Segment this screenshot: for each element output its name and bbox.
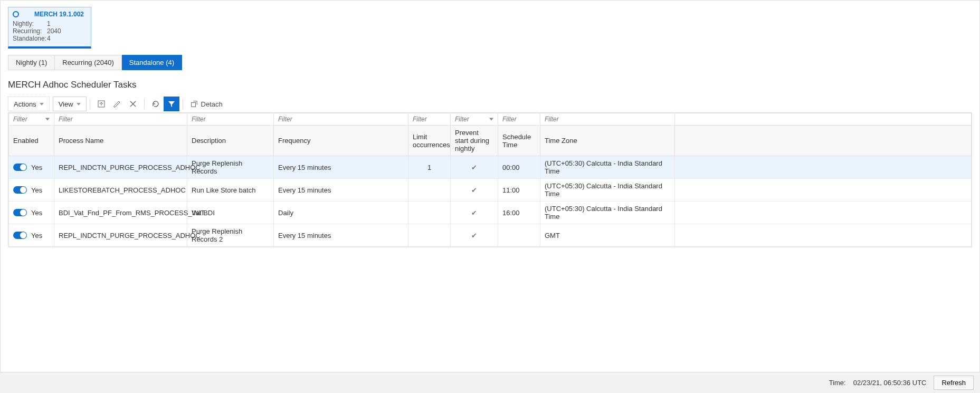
cell-prevent: ✔ [451,224,498,247]
filter-prevent[interactable] [454,115,494,123]
cell: Every 15 minutes [274,224,408,247]
pencil-icon [113,100,121,108]
cell-limit [408,202,451,224]
refresh-table-button[interactable] [148,97,164,111]
caret-down-icon[interactable] [45,118,50,121]
check-icon: ✔ [471,186,477,194]
cell: REPL_INDCTN_PURGE_PROCESS_ADHOC [54,156,187,179]
cell-timezone: GMT [540,224,675,247]
status-footer: Time: 02/23/21, 06:50:36 UTC Refresh [0,372,980,393]
app-info-card[interactable]: MERCH 19.1.002 Nightly: 1 Recurring: 204… [8,7,91,49]
table-row[interactable]: YesREPL_INDCTN_PURGE_PROCESS_ADHOCPurge … [9,156,972,179]
export-icon [97,100,106,108]
filter-row [9,113,972,126]
cell-timezone: (UTC+05:30) Calcutta - India Standard Ti… [540,156,675,179]
cell-timezone: (UTC+05:30) Calcutta - India Standard Ti… [540,179,675,202]
cell: Every 15 minutes [274,156,408,179]
stat-nightly-label: Nightly: [13,20,47,27]
table-row[interactable]: YesBDI_Vat_Fnd_PF_From_RMS_PROCESS_INITV… [9,202,972,224]
cell: REPL_INDCTN_PURGE_PROCESS_ADHOC [54,224,187,247]
footer-time-label: Time: [829,379,846,387]
header-row: Enabled Process Name Description Frequen… [9,126,972,156]
enabled-text: Yes [31,164,42,171]
cell-schedule: 16:00 [498,202,540,224]
cell-schedule [498,224,540,247]
cell-prevent: ✔ [451,179,498,202]
detach-button[interactable]: Detach [186,97,227,111]
filter-limit[interactable] [412,115,447,123]
stat-recurring-label: Recurring: [13,27,47,35]
tabs: Nightly (1) Recurring (2040) Standalone … [8,55,972,70]
cell-timezone: (UTC+05:30) Calcutta - India Standard Ti… [540,202,675,224]
caret-down-icon [40,103,44,106]
export-button[interactable] [93,97,109,111]
col-process[interactable]: Process Name [54,126,187,156]
cell: Run Like Store batch [187,179,274,202]
caret-down-icon [77,103,81,106]
cell-schedule: 11:00 [498,179,540,202]
svg-rect-1 [191,102,195,107]
table-row[interactable]: YesREPL_INDCTN_PURGE_PROCESS_ADHOCPurge … [9,224,972,247]
enabled-toggle[interactable] [13,164,27,171]
tab-nightly[interactable]: Nightly (1) [8,55,55,70]
app-stats: Nightly: 1 Recurring: 2040 Standalone: 4 [13,20,87,42]
filter-description[interactable] [191,115,270,123]
refresh-icon [151,100,160,108]
col-frequency[interactable]: Frequency [274,126,408,156]
filter-schedule[interactable] [501,115,537,123]
col-schedule[interactable]: Schedule Time [498,126,540,156]
cell: Vat BDI [187,202,274,224]
cell-limit [408,224,451,247]
table-row[interactable]: YesLIKESTOREBATCH_PROCESS_ADHOCRun Like … [9,179,972,202]
cell: Purge Replenish Records [187,156,274,179]
stat-nightly-value: 1 [47,20,51,27]
enabled-toggle[interactable] [13,209,27,216]
enabled-toggle[interactable] [13,186,27,194]
filter-timezone[interactable] [544,115,671,123]
tab-standalone[interactable]: Standalone (4) [122,55,182,70]
col-limit[interactable]: Limit occurrences [408,126,451,156]
cell-limit: 1 [408,156,451,179]
check-icon: ✔ [471,209,477,217]
status-ring-icon [13,11,19,17]
delete-button[interactable] [125,97,141,111]
cell: LIKESTOREBATCH_PROCESS_ADHOC [54,179,187,202]
refresh-button[interactable]: Refresh [934,376,974,390]
cell: Every 15 minutes [274,179,408,202]
tasks-table: Enabled Process Name Description Frequen… [8,112,972,247]
footer-time-value: 02/23/21, 06:50:36 UTC [853,379,927,387]
caret-down-icon[interactable] [489,118,493,121]
stat-recurring-value: 2040 [47,27,61,35]
enabled-text: Yes [31,232,42,239]
check-icon: ✔ [471,232,477,239]
enabled-text: Yes [31,209,42,217]
enabled-text: Yes [31,186,42,194]
stat-standalone-label: Standalone: [13,35,47,42]
col-enabled[interactable]: Enabled [9,126,54,156]
col-prevent[interactable]: Prevent start during nightly [451,126,498,156]
col-timezone[interactable]: Time Zone [540,126,675,156]
enabled-toggle[interactable] [13,232,27,239]
cell: BDI_Vat_Fnd_PF_From_RMS_PROCESS_INIT [54,202,187,224]
funnel-icon [167,100,176,108]
cell: Daily [274,202,408,224]
view-menu-button[interactable]: View [53,97,87,111]
cell-prevent: ✔ [451,202,498,224]
col-description[interactable]: Description [187,126,274,156]
tab-recurring[interactable]: Recurring (2040) [55,55,122,70]
toolbar: Actions View Detach [8,97,972,111]
actions-menu-button[interactable]: Actions [8,97,50,111]
stat-standalone-value: 4 [47,35,51,42]
cell-limit [408,179,451,202]
filter-toggle-button[interactable] [164,97,179,111]
cell-prevent: ✔ [451,156,498,179]
section-title: MERCH Adhoc Scheduler Tasks [8,80,972,90]
x-icon [129,100,137,108]
cell-schedule: 00:00 [498,156,540,179]
cell: Purge Replenish Records 2 [187,224,274,247]
filter-process[interactable] [58,115,184,123]
detach-icon [191,100,198,108]
check-icon: ✔ [471,164,477,171]
filter-frequency[interactable] [277,115,405,123]
edit-button[interactable] [109,97,125,111]
